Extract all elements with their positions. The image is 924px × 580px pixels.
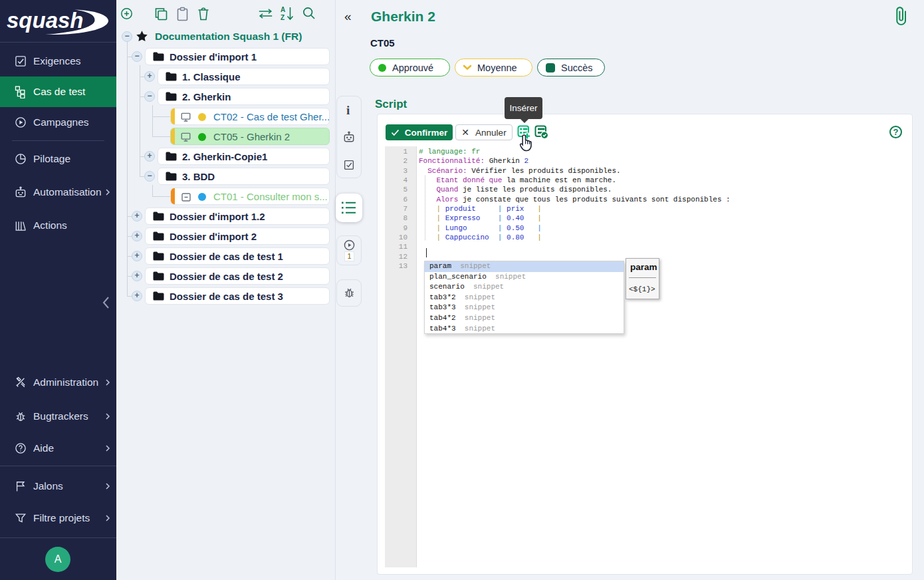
svg-text:Z: Z [281, 14, 285, 21]
svg-text:squash: squash [7, 8, 84, 33]
svg-text:A: A [281, 6, 285, 13]
